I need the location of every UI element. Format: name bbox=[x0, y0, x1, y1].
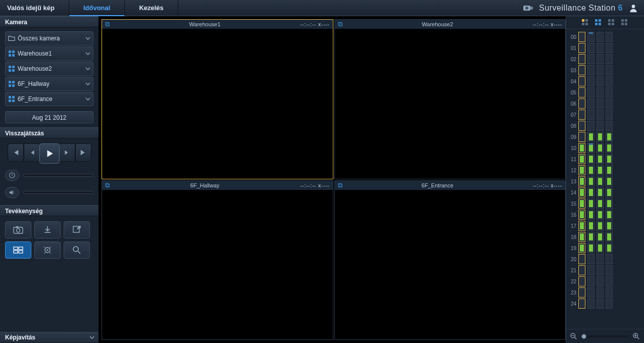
timeline-cell[interactable] bbox=[606, 165, 613, 175]
timeline-cell[interactable] bbox=[606, 154, 613, 164]
timeline-cell[interactable] bbox=[587, 243, 595, 253]
timeline-cell[interactable] bbox=[606, 265, 613, 275]
timeline-cell[interactable] bbox=[578, 221, 585, 231]
timeline-cell[interactable] bbox=[606, 187, 613, 198]
timeline-cell[interactable] bbox=[606, 121, 613, 131]
date-picker-button[interactable]: Aug 21 2012 bbox=[5, 111, 93, 123]
timeline-cell[interactable] bbox=[578, 154, 585, 164]
timeline-cell[interactable] bbox=[606, 76, 613, 86]
timeline-cell[interactable] bbox=[597, 132, 604, 142]
camera-warehouse2[interactable]: Warehouse2 bbox=[5, 62, 93, 76]
timeline-cell[interactable] bbox=[606, 110, 613, 120]
timeline-cell[interactable] bbox=[597, 299, 604, 309]
timeline-cell[interactable] bbox=[606, 254, 613, 264]
timeline-cell[interactable] bbox=[578, 199, 585, 209]
timeline-cell[interactable] bbox=[597, 243, 604, 253]
tab-timeline[interactable]: Idővonal bbox=[69, 0, 125, 16]
timeline-cell[interactable] bbox=[587, 43, 595, 53]
camera-warehouse1[interactable]: Warehouse1 bbox=[5, 46, 93, 61]
timeline-cell[interactable] bbox=[606, 243, 613, 253]
timeline-cell[interactable] bbox=[597, 221, 604, 231]
timeline-cell[interactable] bbox=[606, 99, 613, 109]
timeline-cell[interactable] bbox=[578, 276, 585, 286]
timeline-cell[interactable] bbox=[587, 121, 595, 131]
timeline-cell[interactable] bbox=[587, 210, 595, 220]
timeline-cell[interactable] bbox=[587, 143, 595, 153]
chevron-down-icon[interactable] bbox=[82, 81, 93, 86]
step-forward-button[interactable] bbox=[59, 143, 75, 162]
timeline-cell[interactable] bbox=[597, 121, 604, 131]
timeline-cell[interactable] bbox=[578, 143, 585, 153]
timeline-cell[interactable] bbox=[606, 32, 613, 42]
timeline-cell[interactable] bbox=[597, 210, 604, 220]
camera-view-4[interactable]: ⧉ 6F_Entrance --:--:-- x---- bbox=[334, 180, 566, 340]
zoom-out-icon[interactable] bbox=[570, 333, 577, 340]
camera-all[interactable]: Összes kamera bbox=[5, 31, 93, 45]
play-button[interactable] bbox=[39, 143, 60, 164]
timeline-cell[interactable] bbox=[597, 99, 604, 109]
timeline-cell[interactable] bbox=[578, 110, 585, 120]
multiview-button[interactable] bbox=[5, 241, 31, 259]
timeline-cell[interactable] bbox=[606, 65, 613, 75]
camera-view-2[interactable]: ⧉ Warehouse2 --:--:-- x---- bbox=[334, 19, 566, 179]
timeline-cell[interactable] bbox=[587, 132, 595, 142]
timeline-cell[interactable] bbox=[578, 32, 585, 42]
timeline-cell[interactable] bbox=[587, 254, 595, 264]
timeline-cell[interactable] bbox=[587, 299, 595, 309]
timeline-cell[interactable] bbox=[597, 187, 604, 198]
volume-slider[interactable] bbox=[23, 191, 93, 194]
timeline-cell[interactable] bbox=[606, 210, 613, 220]
timeline-cell[interactable] bbox=[606, 143, 613, 153]
timeline-cell[interactable] bbox=[597, 176, 604, 186]
timeline-cell[interactable] bbox=[597, 254, 604, 264]
timeline-cell[interactable] bbox=[597, 165, 604, 175]
timeline-cell[interactable] bbox=[597, 232, 604, 242]
tab-live[interactable]: Valós idejű kép bbox=[0, 0, 69, 16]
layout-3-icon[interactable] bbox=[608, 19, 616, 27]
timeline-cell[interactable] bbox=[587, 165, 595, 175]
timeline-cell[interactable] bbox=[578, 165, 585, 175]
timeline-cell[interactable] bbox=[587, 287, 595, 298]
chevron-down-icon[interactable] bbox=[82, 66, 93, 71]
camera-view-1[interactable]: ⧉ Warehouse1 --:--:-- x---- bbox=[102, 19, 333, 179]
timeline-cell[interactable] bbox=[606, 287, 613, 298]
layout-2-icon[interactable] bbox=[595, 19, 603, 27]
speed-slider[interactable] bbox=[23, 174, 93, 177]
timeline-cell[interactable] bbox=[606, 176, 613, 186]
timeline-cell[interactable] bbox=[578, 43, 585, 53]
timeline-cell[interactable] bbox=[587, 65, 595, 75]
camera-6f-hallway[interactable]: 6F_Hallway bbox=[5, 77, 93, 91]
export-button[interactable] bbox=[64, 221, 90, 238]
timeline-cell[interactable] bbox=[578, 287, 585, 298]
layout-4-icon[interactable] bbox=[621, 19, 629, 27]
timeline-cell[interactable] bbox=[587, 199, 595, 209]
search-button[interactable] bbox=[64, 241, 90, 259]
timeline-cell[interactable] bbox=[597, 110, 604, 120]
timeline-cell[interactable] bbox=[587, 76, 595, 86]
timeline-cell[interactable] bbox=[578, 265, 585, 275]
camera-view-3[interactable]: ⧉ 6F_Hallway --:--:-- x---- bbox=[102, 180, 333, 340]
timeline-cell[interactable] bbox=[606, 221, 613, 231]
layout-1-icon[interactable] bbox=[581, 19, 589, 27]
timeline-cell[interactable] bbox=[587, 154, 595, 164]
timeline-cell[interactable] bbox=[578, 254, 585, 264]
timeline-cell[interactable] bbox=[587, 54, 595, 64]
timeline-cell[interactable] bbox=[578, 99, 585, 109]
timeline-cell[interactable] bbox=[578, 65, 585, 75]
timeline-cell[interactable] bbox=[597, 276, 604, 286]
timeline-cell[interactable] bbox=[587, 87, 595, 97]
skip-end-button[interactable] bbox=[75, 143, 91, 162]
timeline-cell[interactable] bbox=[578, 243, 585, 253]
timeline-cell[interactable] bbox=[597, 54, 604, 64]
timeline-cell[interactable] bbox=[587, 110, 595, 120]
user-menu-icon[interactable] bbox=[628, 3, 639, 14]
timeline-cell[interactable] bbox=[606, 87, 613, 97]
timeline-cell[interactable] bbox=[606, 299, 613, 309]
timeline-cell[interactable] bbox=[597, 199, 604, 209]
camera-6f-entrance[interactable]: 6F_Entrance bbox=[5, 92, 93, 106]
timeline-cell[interactable] bbox=[587, 232, 595, 242]
timeline-cell[interactable] bbox=[597, 76, 604, 86]
timeline-cell[interactable] bbox=[578, 121, 585, 131]
timeline-cell[interactable] bbox=[606, 276, 613, 286]
snapshot-button[interactable] bbox=[5, 221, 31, 238]
